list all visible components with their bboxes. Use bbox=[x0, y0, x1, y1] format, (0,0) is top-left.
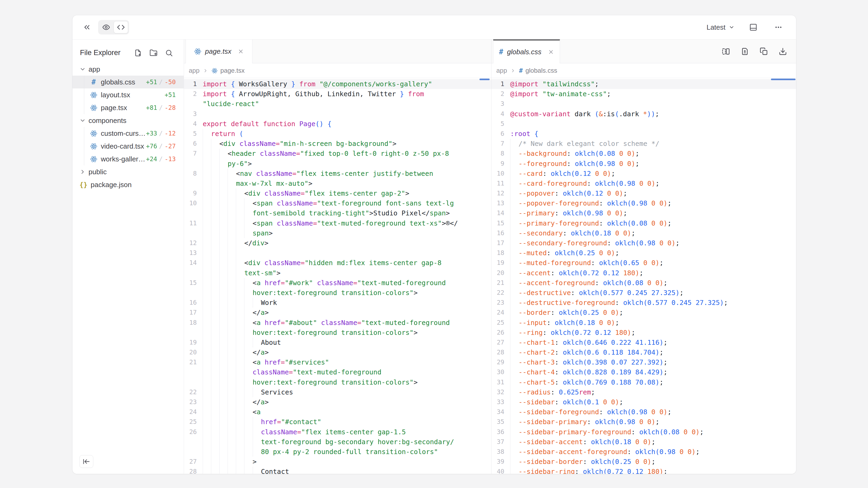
code-line[interactable]: 36--sidebar-primary-foreground: oklch(0.… bbox=[492, 427, 796, 437]
collapse-sidebar-button[interactable] bbox=[80, 455, 93, 468]
code-line[interactable]: 32--radius: 0.625rem; bbox=[492, 387, 796, 397]
code-line[interactable]: 24<a bbox=[184, 407, 491, 417]
tree-file-custom-curs[interactable]: custom-curs…+33/-12 bbox=[72, 127, 184, 140]
code-line[interactable]: 15<a href="#work" className="text-muted-… bbox=[184, 278, 491, 288]
search-button[interactable] bbox=[165, 49, 173, 57]
code-line[interactable]: 14--primary: oklch(0.98 0 0); bbox=[492, 208, 796, 218]
code-line[interactable]: 9--foreground: oklch(0.98 0 0); bbox=[492, 159, 796, 169]
code-line[interactable]: 28Contact bbox=[184, 467, 491, 474]
code-line[interactable]: 2@import "tw-animate-css"; bbox=[492, 89, 796, 99]
code-line[interactable]: 33--sidebar: oklch(0.1 0 0); bbox=[492, 397, 796, 407]
tree-folder-components[interactable]: components bbox=[72, 114, 184, 127]
code-line[interactable]: 23</a> bbox=[184, 397, 491, 407]
tree-folder-public[interactable]: public bbox=[72, 165, 184, 178]
copy-button[interactable] bbox=[760, 47, 768, 56]
code-line[interactable]: 28--chart-2: oklch(0.6 0.118 184.704); bbox=[492, 348, 796, 357]
code-line[interactable]: 23--destructive-foreground: oklch(0.577 … bbox=[492, 298, 796, 307]
code-line[interactable]: 21--accent-foreground: oklch(0.08 0 0); bbox=[492, 278, 796, 288]
split-view-button[interactable] bbox=[722, 47, 730, 56]
preview-toggle-button[interactable] bbox=[99, 21, 113, 33]
code-line[interactable]: py-6"> bbox=[184, 159, 491, 169]
code-line[interactable]: 22--destructive: oklch(0.577 0.245 27.32… bbox=[492, 288, 796, 298]
file-diff-button[interactable] bbox=[741, 47, 749, 56]
code-line[interactable]: 11--card-foreground: oklch(0.98 0 0); bbox=[492, 178, 796, 188]
code-line[interactable]: 22Services bbox=[184, 387, 491, 397]
code-line[interactable]: 17--secondary-foreground: oklch(0.98 0 0… bbox=[492, 238, 796, 248]
code-line[interactable]: 5 bbox=[492, 119, 796, 129]
code-line[interactable]: 26--ring: oklch(0.72 0.12 180); bbox=[492, 328, 796, 337]
code-line[interactable]: 14<div className="hidden md:flex items-c… bbox=[184, 258, 491, 268]
code-line[interactable]: 25href="#contact" bbox=[184, 417, 491, 427]
code-line[interactable]: 19About bbox=[184, 337, 491, 348]
code-line[interactable]: 4export default function Page() { bbox=[184, 119, 491, 129]
code-line[interactable]: 30--chart-4: oklch(0.828 0.189 84.429); bbox=[492, 367, 796, 377]
code-line[interactable]: 35--sidebar-primary: oklch(0.98 0 0); bbox=[492, 417, 796, 427]
code-line[interactable]: 10--card: oklch(0.12 0 0); bbox=[492, 169, 796, 178]
code-line[interactable]: 16--secondary: oklch(0.18 0 0); bbox=[492, 228, 796, 238]
tree-folder-app[interactable]: app bbox=[72, 63, 184, 76]
code-line[interactable]: 12--popover: oklch(0.12 0 0); bbox=[492, 188, 796, 198]
code-line[interactable]: 27> bbox=[184, 457, 491, 467]
code-line[interactable]: "lucide-react" bbox=[184, 99, 491, 109]
code-line[interactable]: 25--input: oklch(0.18 0 0); bbox=[492, 318, 796, 328]
code-line[interactable]: 7/* New dark elegant color scheme */ bbox=[492, 139, 796, 149]
code-line[interactable]: 26className="flex items-center gap-1.5 bbox=[184, 427, 491, 437]
code-line[interactable]: 21<a href="#services" bbox=[184, 357, 491, 367]
code-line[interactable]: 37--sidebar-accent: oklch(0.18 0 0); bbox=[492, 437, 796, 447]
code-line[interactable]: span> bbox=[184, 228, 491, 238]
code-line[interactable]: font-semibold tracking-tight">Studio Pix… bbox=[184, 208, 491, 218]
code-line[interactable]: 6<div className="min-h-screen bg-backgro… bbox=[184, 139, 491, 149]
breadcrumb-root[interactable]: app bbox=[496, 67, 507, 74]
code-line[interactable]: 34--sidebar-foreground: oklch(0.98 0 0); bbox=[492, 407, 796, 417]
code-line[interactable]: 11<span className="text-muted-foreground… bbox=[184, 218, 491, 228]
code-line[interactable]: 1import { WorksGallery } from "@/compone… bbox=[184, 79, 491, 89]
tree-file-page.tsx[interactable]: page.tsx+81/-28 bbox=[72, 101, 184, 114]
code-line[interactable]: 20</a> bbox=[184, 348, 491, 357]
new-folder-button[interactable] bbox=[150, 49, 157, 57]
tab-page-tsx[interactable]: page.tsx bbox=[186, 39, 252, 63]
code-editor-globals-css[interactable]: 1@import "tailwindcss";2@import "tw-anim… bbox=[492, 78, 796, 474]
code-line[interactable]: 7<header className="fixed top-0 left-0 r… bbox=[184, 149, 491, 159]
code-line[interactable]: 1@import "tailwindcss"; bbox=[492, 79, 796, 89]
code-line[interactable]: 13 bbox=[184, 248, 491, 258]
tree-file-globals.css[interactable]: #globals.css+51/-50 bbox=[72, 76, 184, 89]
code-line[interactable]: 15--primary-foreground: oklch(0.08 0 0); bbox=[492, 218, 796, 228]
code-line[interactable]: 16Work bbox=[184, 298, 491, 307]
code-line[interactable]: 13--popover-foreground: oklch(0.98 0 0); bbox=[492, 198, 796, 208]
code-editor-page-tsx[interactable]: 1import { WorksGallery } from "@/compone… bbox=[184, 78, 491, 474]
code-line[interactable]: hover:text-foreground transition-colors"… bbox=[184, 288, 491, 298]
code-line[interactable]: 10<span className="text-foreground font-… bbox=[184, 198, 491, 208]
collapse-panel-button[interactable] bbox=[81, 21, 93, 34]
code-line[interactable]: 31--chart-5: oklch(0.769 0.188 70.08); bbox=[492, 377, 796, 387]
code-line[interactable]: className="text-muted-foreground bbox=[184, 367, 491, 377]
code-line[interactable]: 4@custom-variant dark (&:is(.dark *)); bbox=[492, 109, 796, 119]
code-line[interactable]: 5return ( bbox=[184, 129, 491, 139]
code-line[interactable]: text-foreground bg-secondary hover:bg-se… bbox=[184, 437, 491, 447]
code-line[interactable]: 18<a href="#about" className="text-muted… bbox=[184, 318, 491, 328]
code-line[interactable]: 80 px-4 py-2 rounded-full transition-col… bbox=[184, 447, 491, 457]
code-line[interactable]: 18--muted: oklch(0.25 0 0); bbox=[492, 248, 796, 258]
code-line[interactable]: 17</a> bbox=[184, 307, 491, 318]
code-line[interactable]: 3 bbox=[184, 109, 491, 119]
close-tab-icon[interactable] bbox=[548, 49, 554, 55]
panel-bottom-button[interactable] bbox=[747, 21, 760, 34]
close-tab-icon[interactable] bbox=[238, 48, 244, 55]
code-line[interactable]: 3 bbox=[492, 99, 796, 109]
code-line[interactable]: 29--chart-3: oklch(0.398 0.07 227.392); bbox=[492, 357, 796, 367]
code-line[interactable]: 20--accent: oklch(0.72 0.12 180); bbox=[492, 268, 796, 278]
tab-globals-css[interactable]: # globals.css bbox=[493, 39, 560, 63]
code-line[interactable]: 2import { ArrowUpRight, Github, Linkedin… bbox=[184, 89, 491, 99]
code-line[interactable]: text-sm"> bbox=[184, 268, 491, 278]
code-line[interactable]: 12</div> bbox=[184, 238, 491, 248]
code-line[interactable]: 19--muted-foreground: oklch(0.65 0 0); bbox=[492, 258, 796, 268]
code-line[interactable]: 40--sidebar-ring: oklch(0.72 0.12 180); bbox=[492, 467, 796, 474]
breadcrumb-root[interactable]: app bbox=[189, 67, 199, 74]
code-line[interactable]: 6:root { bbox=[492, 129, 796, 139]
code-toggle-button[interactable] bbox=[114, 21, 128, 33]
more-options-button[interactable] bbox=[772, 21, 785, 34]
new-file-button[interactable] bbox=[134, 49, 142, 57]
download-button[interactable] bbox=[779, 47, 787, 56]
code-line[interactable]: 27--chart-1: oklch(0.646 0.222 41.116); bbox=[492, 337, 796, 348]
code-line[interactable]: max-w-7xl mx-auto"> bbox=[184, 178, 491, 188]
tree-file-package.json[interactable]: {}package.json bbox=[72, 178, 184, 191]
